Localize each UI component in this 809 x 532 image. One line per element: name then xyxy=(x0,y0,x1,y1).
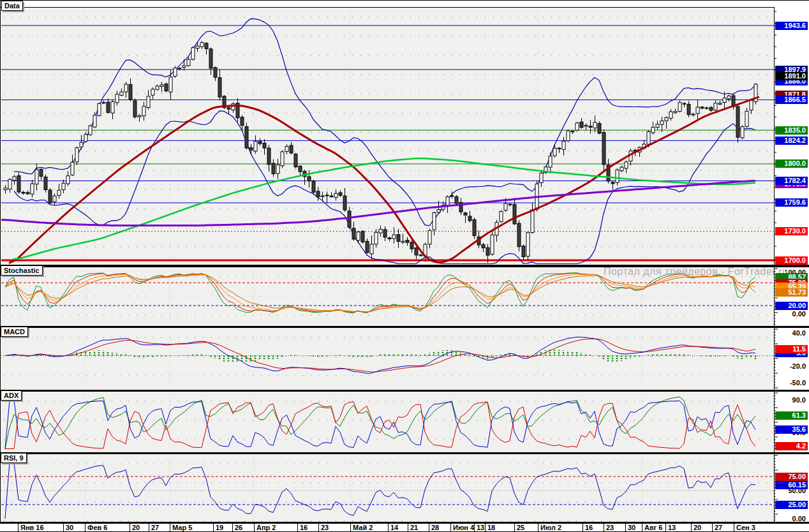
time-axis-label: 23 xyxy=(318,524,329,531)
pane-button-rsi[interactable]: RSI, 9 xyxy=(1,453,27,463)
time-axis-label: 13 xyxy=(474,524,484,531)
separator xyxy=(0,326,809,328)
time-axis-label: 19 xyxy=(213,524,223,531)
time-axis-label: Мар 5 xyxy=(170,524,192,531)
panel-adx-plot[interactable] xyxy=(0,392,774,452)
panel-data-plot[interactable] xyxy=(0,8,774,265)
pane-button-stochastic[interactable]: Stochastic xyxy=(1,265,43,276)
separator xyxy=(0,452,809,454)
time-axis-label: 13 xyxy=(665,524,676,531)
time-axis: Янв 1630Фев 62027Мар 51926Апр 21623Май 2… xyxy=(0,524,774,531)
chart-window: 100.000.0040.0-20.0-50.090.030.050.000.0… xyxy=(0,0,809,532)
time-axis-label: Апр 2 xyxy=(254,524,276,531)
separator xyxy=(0,390,809,392)
pane-button-adx[interactable]: ADX xyxy=(1,390,22,401)
time-axis-label: Июн 4 xyxy=(450,524,474,531)
panel-rsi-plot[interactable] xyxy=(0,454,774,522)
time-axis-label: Фев 6 xyxy=(85,524,107,531)
time-axis-label: 20 xyxy=(691,524,701,531)
time-axis-label: Авг 6 xyxy=(642,524,662,531)
time-axis-label: 18 xyxy=(485,524,495,531)
time-axis-label: 14 xyxy=(388,524,398,531)
panel-macd-plot[interactable] xyxy=(0,328,774,390)
left-border xyxy=(0,0,1,524)
time-axis-label: 26 xyxy=(232,524,242,531)
time-axis-label: 27 xyxy=(712,524,722,531)
time-axis-label: 27 xyxy=(149,524,159,531)
time-axis-label: 16 xyxy=(297,524,308,531)
time-axis-label: 23 xyxy=(604,524,614,531)
time-axis-label: Июл 2 xyxy=(538,524,561,531)
main-panel-top-border xyxy=(0,7,774,8)
time-axis-label: 16 xyxy=(583,524,593,531)
time-axis-label: 21 xyxy=(408,524,418,531)
watermark: Портал для трейдеров - ForTrader.ru xyxy=(604,266,788,277)
time-axis-label: 20 xyxy=(130,524,140,531)
time-axis-label: 30 xyxy=(63,524,73,531)
time-axis-label: Сен 3 xyxy=(734,524,755,531)
pane-button-data[interactable]: Data xyxy=(1,1,23,11)
time-axis-label: 25 xyxy=(514,524,524,531)
time-axis-label: Май 2 xyxy=(350,524,373,531)
time-axis-label: 30 xyxy=(625,524,635,531)
time-axis-label: Янв 16 xyxy=(18,524,44,531)
top-border xyxy=(0,0,809,1)
pane-button-macd[interactable]: MACD xyxy=(1,327,28,337)
time-axis-label: 28 xyxy=(429,524,439,531)
